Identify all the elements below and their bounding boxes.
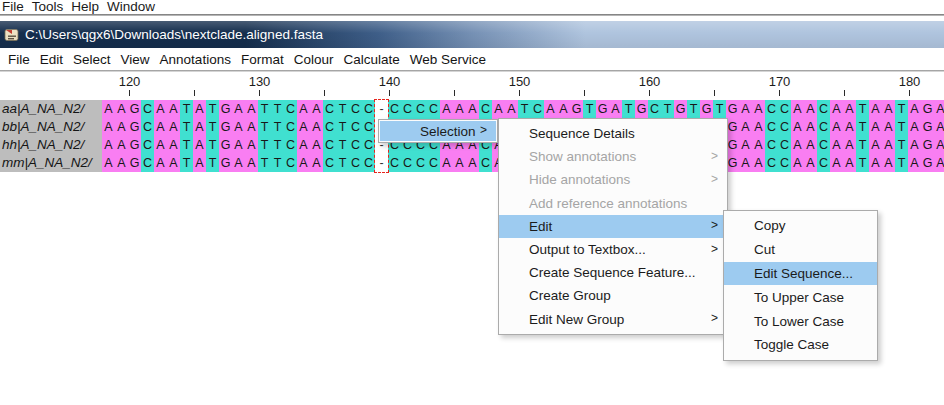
nucleotide-cell[interactable]: A	[882, 154, 895, 172]
nucleotide-cell[interactable]: A	[843, 100, 856, 118]
nucleotide-cell[interactable]: A	[167, 100, 180, 118]
nucleotide-cell[interactable]: T	[271, 136, 284, 154]
nucleotide-cell[interactable]: C	[349, 154, 362, 172]
nucleotide-cell[interactable]: A	[752, 118, 765, 136]
desktop-menu-help[interactable]: Help	[67, 0, 103, 14]
desktop-menu-file[interactable]: File	[0, 0, 28, 14]
nucleotide-cell[interactable]: G	[219, 118, 232, 136]
nucleotide-cell[interactable]: T	[895, 154, 908, 172]
nucleotide-cell[interactable]: T	[895, 136, 908, 154]
nucleotide-cell[interactable]: G	[128, 118, 141, 136]
menu-item-sequence-details[interactable]: Sequence Details	[499, 122, 727, 145]
nucleotide-cell[interactable]: A	[310, 118, 323, 136]
nucleotide-cell[interactable]: C	[817, 100, 830, 118]
nucleotide-cell[interactable]: G	[596, 100, 609, 118]
menu-colour[interactable]: Colour	[289, 52, 339, 67]
nucleotide-cell[interactable]: A	[934, 100, 944, 118]
menu-item-edit[interactable]: Edit>	[499, 215, 727, 238]
nucleotide-cell[interactable]: A	[453, 100, 466, 118]
nucleotide-cell[interactable]: A	[466, 154, 479, 172]
nucleotide-cell[interactable]: T	[856, 100, 869, 118]
nucleotide-cell[interactable]: C	[765, 136, 778, 154]
menu-view[interactable]: View	[116, 52, 155, 67]
nucleotide-cell[interactable]: A	[830, 136, 843, 154]
desktop-menu-tools[interactable]: Tools	[28, 0, 68, 14]
nucleotide-cell[interactable]: G	[128, 100, 141, 118]
menu-calculate[interactable]: Calculate	[338, 52, 404, 67]
nucleotide-cell[interactable]: A	[154, 136, 167, 154]
nucleotide-cell[interactable]: T	[856, 154, 869, 172]
nucleotide-cell[interactable]: C	[427, 100, 440, 118]
nucleotide-cell[interactable]: A	[843, 136, 856, 154]
nucleotide-cell[interactable]: A	[882, 118, 895, 136]
nucleotide-cell[interactable]: C	[141, 100, 154, 118]
nucleotide-cell[interactable]: A	[102, 154, 115, 172]
nucleotide-cell[interactable]: G	[921, 136, 934, 154]
nucleotide-cell[interactable]: C	[388, 154, 401, 172]
nucleotide-cell[interactable]: A	[739, 118, 752, 136]
desktop-menu-window[interactable]: Window	[103, 0, 159, 14]
nucleotide-cell[interactable]: A	[544, 100, 557, 118]
menu-item-to-lower-case[interactable]: To Lower Case	[724, 309, 877, 333]
nucleotide-cell[interactable]: A	[804, 154, 817, 172]
nucleotide-cell[interactable]: A	[102, 100, 115, 118]
nucleotide-cell[interactable]: A	[843, 154, 856, 172]
nucleotide-cell[interactable]: A	[310, 136, 323, 154]
nucleotide-cell[interactable]: A	[908, 154, 921, 172]
nucleotide-cell[interactable]: C	[778, 154, 791, 172]
menu-edit[interactable]: Edit	[35, 52, 68, 67]
nucleotide-cell[interactable]: C	[323, 154, 336, 172]
menu-item-create-group[interactable]: Create Group	[499, 284, 727, 307]
nucleotide-cell[interactable]: T	[518, 100, 531, 118]
nucleotide-cell[interactable]: C	[323, 118, 336, 136]
menu-web-service[interactable]: Web Service	[405, 52, 491, 67]
nucleotide-cell[interactable]: A	[752, 100, 765, 118]
nucleotide-cell[interactable]: T	[271, 100, 284, 118]
nucleotide-cell[interactable]: A	[752, 136, 765, 154]
nucleotide-cell[interactable]: C	[765, 118, 778, 136]
nucleotide-cell[interactable]: A	[791, 100, 804, 118]
nucleotide-cell[interactable]: C	[284, 136, 297, 154]
nucleotide-cell[interactable]: A	[830, 154, 843, 172]
nucleotide-cell[interactable]: A	[908, 118, 921, 136]
nucleotide-cell[interactable]: A	[440, 100, 453, 118]
nucleotide-cell[interactable]: A	[193, 154, 206, 172]
nucleotide-cell[interactable]: A	[102, 136, 115, 154]
nucleotide-cell[interactable]: G	[635, 100, 648, 118]
nucleotide-cell[interactable]: A	[102, 118, 115, 136]
nucleotide-cell[interactable]: C	[284, 118, 297, 136]
nucleotide-cell[interactable]: A	[466, 100, 479, 118]
nucleotide-cell[interactable]: T	[258, 154, 271, 172]
nucleotide-cell[interactable]: T	[336, 154, 349, 172]
menu-item-to-upper-case[interactable]: To Upper Case	[724, 285, 877, 309]
nucleotide-cell[interactable]: G	[700, 100, 713, 118]
nucleotide-cell[interactable]: A	[791, 136, 804, 154]
alignment-window-titlebar[interactable]: C:\Users\qgx6\Downloads\nextclade.aligne…	[0, 21, 944, 48]
nucleotide-cell[interactable]: C	[388, 100, 401, 118]
nucleotide-cell[interactable]: T	[856, 118, 869, 136]
nucleotide-cell[interactable]: G	[570, 100, 583, 118]
nucleotide-cell[interactable]: A	[297, 118, 310, 136]
nucleotide-cell[interactable]: A	[154, 154, 167, 172]
nucleotide-cell[interactable]: A	[609, 100, 622, 118]
nucleotide-cell[interactable]: C	[817, 154, 830, 172]
nucleotide-cell[interactable]: A	[232, 100, 245, 118]
nucleotide-cell[interactable]: C	[414, 100, 427, 118]
nucleotide-cell[interactable]: C	[414, 154, 427, 172]
nucleotide-cell[interactable]: A	[193, 118, 206, 136]
nucleotide-cell[interactable]: A	[739, 100, 752, 118]
nucleotide-cell[interactable]: A	[297, 100, 310, 118]
nucleotide-cell[interactable]: T	[895, 118, 908, 136]
nucleotide-cell[interactable]: A	[193, 136, 206, 154]
nucleotide-cell[interactable]: A	[453, 154, 466, 172]
nucleotide-cell[interactable]: T	[180, 154, 193, 172]
nucleotide-cell[interactable]: A	[245, 136, 258, 154]
nucleotide-cell[interactable]: G	[674, 100, 687, 118]
nucleotide-cell[interactable]: A	[505, 100, 518, 118]
nucleotide-cell[interactable]: C	[817, 118, 830, 136]
nucleotide-cell[interactable]: T	[895, 100, 908, 118]
nucleotide-cell[interactable]: A	[830, 118, 843, 136]
nucleotide-cell[interactable]: A	[830, 100, 843, 118]
nucleotide-cell[interactable]: T	[180, 100, 193, 118]
nucleotide-cell[interactable]: A	[804, 118, 817, 136]
